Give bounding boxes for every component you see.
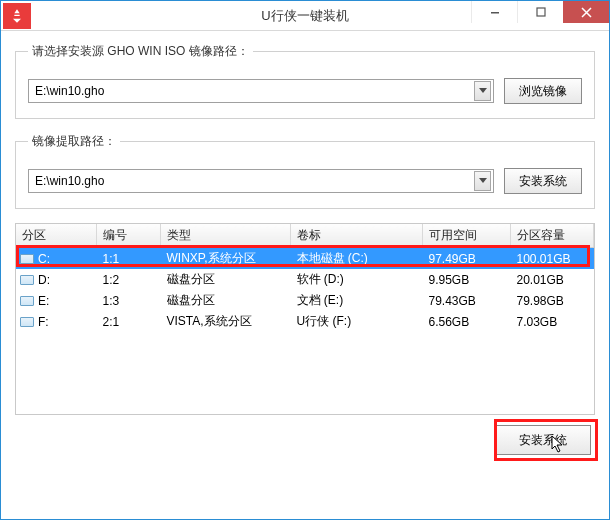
col-partition[interactable]: 分区 — [16, 224, 96, 248]
drive-icon — [20, 275, 34, 285]
svg-rect-0 — [491, 12, 499, 14]
close-icon — [581, 7, 592, 18]
table-cell: 7.03GB — [510, 311, 594, 332]
col-total[interactable]: 分区容量 — [510, 224, 594, 248]
app-window: U行侠一键装机 请选择安装源 GHO WIN ISO 镜像路径： E:\win1… — [0, 0, 610, 520]
chevron-down-icon — [474, 171, 491, 191]
source-path-value: E:\win10.gho — [35, 84, 474, 98]
drive-icon — [20, 296, 34, 306]
drive-icon — [20, 317, 34, 327]
app-icon — [3, 3, 31, 29]
table-row[interactable]: F:2:1VISTA,系统分区U行侠 (F:)6.56GB7.03GB — [16, 311, 594, 332]
source-path-combo[interactable]: E:\win10.gho — [28, 79, 494, 103]
svg-rect-1 — [537, 8, 545, 16]
extract-groupbox: 镜像提取路径： E:\win10.gho 安装系统 — [15, 133, 595, 209]
minimize-icon — [490, 7, 500, 17]
table-cell: 6.56GB — [422, 311, 510, 332]
table-cell: 1:2 — [96, 269, 160, 290]
footer: 安装系统 — [15, 425, 595, 455]
table-cell: D: — [16, 269, 96, 290]
chevron-down-icon — [474, 81, 491, 101]
table-cell: 磁盘分区 — [160, 269, 290, 290]
partition-table-container: 分区 编号 类型 卷标 可用空间 分区容量 C:1:1WINXP,系统分区本地磁… — [15, 223, 595, 415]
table-cell: C: — [16, 248, 96, 270]
content-area: 请选择安装源 GHO WIN ISO 镜像路径： E:\win10.gho 浏览… — [1, 31, 609, 519]
drive-icon — [20, 254, 34, 264]
install-system-button-bottom[interactable]: 安装系统 — [495, 425, 591, 455]
source-legend: 请选择安装源 GHO WIN ISO 镜像路径： — [28, 43, 253, 60]
window-controls — [471, 1, 609, 30]
maximize-icon — [536, 7, 546, 17]
install-system-button-top[interactable]: 安装系统 — [504, 168, 582, 194]
table-cell: 磁盘分区 — [160, 290, 290, 311]
table-cell: VISTA,系统分区 — [160, 311, 290, 332]
titlebar: U行侠一键装机 — [1, 1, 609, 31]
table-cell: U行侠 (F:) — [290, 311, 422, 332]
partition-table[interactable]: 分区 编号 类型 卷标 可用空间 分区容量 C:1:1WINXP,系统分区本地磁… — [16, 224, 594, 332]
table-row[interactable]: E:1:3磁盘分区文档 (E:)79.43GB79.98GB — [16, 290, 594, 311]
col-type[interactable]: 类型 — [160, 224, 290, 248]
table-cell: F: — [16, 311, 96, 332]
extract-path-value: E:\win10.gho — [35, 174, 474, 188]
table-cell: 1:3 — [96, 290, 160, 311]
table-cell: 97.49GB — [422, 248, 510, 270]
table-cell: 文档 (E:) — [290, 290, 422, 311]
table-row[interactable]: C:1:1WINXP,系统分区本地磁盘 (C:)97.49GB100.01GB — [16, 248, 594, 270]
col-free[interactable]: 可用空间 — [422, 224, 510, 248]
window-title: U行侠一键装机 — [261, 7, 348, 25]
extract-path-combo[interactable]: E:\win10.gho — [28, 169, 494, 193]
table-cell: E: — [16, 290, 96, 311]
table-header-row: 分区 编号 类型 卷标 可用空间 分区容量 — [16, 224, 594, 248]
close-button[interactable] — [563, 1, 609, 23]
minimize-button[interactable] — [471, 1, 517, 23]
table-cell: 本地磁盘 (C:) — [290, 248, 422, 270]
col-index[interactable]: 编号 — [96, 224, 160, 248]
source-groupbox: 请选择安装源 GHO WIN ISO 镜像路径： E:\win10.gho 浏览… — [15, 43, 595, 119]
table-cell: 79.43GB — [422, 290, 510, 311]
table-cell: 79.98GB — [510, 290, 594, 311]
table-cell: 软件 (D:) — [290, 269, 422, 290]
table-cell: 2:1 — [96, 311, 160, 332]
table-cell: 100.01GB — [510, 248, 594, 270]
browse-image-button[interactable]: 浏览镜像 — [504, 78, 582, 104]
table-cell: 20.01GB — [510, 269, 594, 290]
table-row[interactable]: D:1:2磁盘分区软件 (D:)9.95GB20.01GB — [16, 269, 594, 290]
maximize-button[interactable] — [517, 1, 563, 23]
table-cell: WINXP,系统分区 — [160, 248, 290, 270]
extract-legend: 镜像提取路径： — [28, 133, 120, 150]
col-label[interactable]: 卷标 — [290, 224, 422, 248]
table-cell: 9.95GB — [422, 269, 510, 290]
table-cell: 1:1 — [96, 248, 160, 270]
